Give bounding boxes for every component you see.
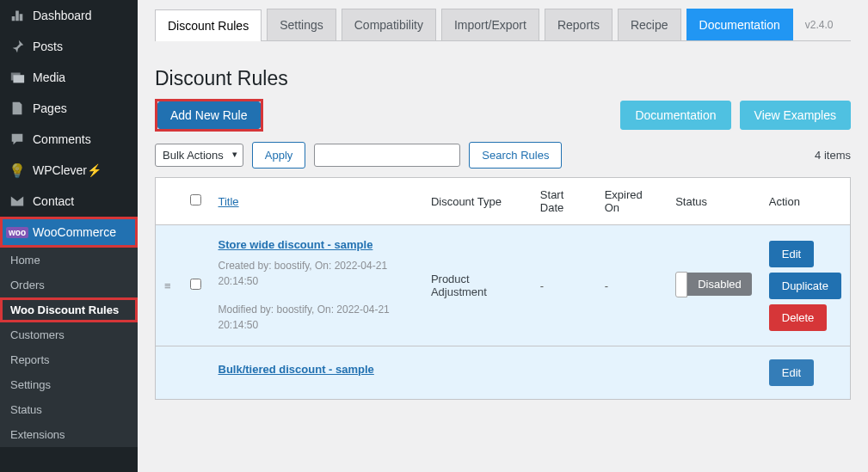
page-title: Discount Rules: [155, 67, 851, 90]
sidebar-sub-wdr[interactable]: Woo Discount Rules: [0, 297, 138, 322]
rule-created: Created by: boostify, On: 2022-04-21 20:…: [219, 258, 414, 289]
sidebar-sub-reports[interactable]: Reports: [0, 347, 138, 372]
sidebar-sub-home[interactable]: Home: [0, 248, 138, 273]
toggle-label: Disabled: [687, 273, 752, 296]
label: Pages: [33, 101, 67, 115]
tab-recipe[interactable]: Recipe: [618, 9, 681, 40]
rule-start: -: [532, 225, 596, 346]
version-label: v2.4.0: [805, 19, 834, 31]
pages-icon: [9, 100, 26, 117]
comments-icon: [9, 131, 26, 148]
media-icon: [9, 69, 26, 86]
dashboard-icon: [9, 7, 26, 24]
sidebar-item-wpclever[interactable]: 💡 WPClever ⚡: [0, 155, 138, 186]
tab-documentation[interactable]: Documentation: [686, 9, 793, 40]
sidebar-item-dashboard[interactable]: Dashboard: [0, 0, 138, 31]
col-title[interactable]: Title: [219, 195, 239, 208]
tab-settings[interactable]: Settings: [267, 9, 336, 40]
tab-bar: Discount Rules Settings Compatibility Im…: [155, 9, 851, 41]
apply-button[interactable]: Apply: [252, 142, 306, 169]
col-discount-type: Discount Type: [422, 178, 532, 225]
drag-handle-icon[interactable]: ≡: [164, 279, 171, 292]
items-count: 4 items: [815, 149, 851, 162]
sidebar-item-media[interactable]: Media: [0, 62, 138, 93]
label: Contact: [33, 194, 74, 208]
sidebar-sub-settings[interactable]: Settings: [0, 372, 138, 397]
lightbulb-icon: 💡: [9, 162, 26, 179]
mail-icon: [9, 193, 26, 210]
sidebar-item-woocommerce[interactable]: woo WooCommerce: [0, 217, 138, 248]
rule-title-link[interactable]: Bulk/tiered discount - sample: [219, 363, 414, 376]
sidebar-item-posts[interactable]: Posts: [0, 31, 138, 62]
rules-table: Title Discount Type Start Date Expired O…: [155, 177, 851, 400]
pin-icon: [9, 38, 26, 55]
label: WooCommerce: [33, 225, 116, 239]
status-toggle[interactable]: Disabled: [675, 272, 752, 297]
tab-compatibility[interactable]: Compatibility: [342, 9, 436, 40]
col-expired: Expired On: [596, 178, 668, 225]
rule-title-link[interactable]: Store wide discount - sample: [219, 238, 414, 251]
sidebar-sub-orders[interactable]: Orders: [0, 273, 138, 297]
tab-import-export[interactable]: Import/Export: [441, 9, 539, 40]
duplicate-button[interactable]: Duplicate: [769, 273, 841, 299]
admin-sidebar: Dashboard Posts Media Pages Comments 💡 W…: [0, 0, 138, 472]
tab-discount-rules[interactable]: Discount Rules: [155, 9, 262, 41]
bulk-actions-select[interactable]: Bulk Actions: [155, 144, 243, 167]
col-action: Action: [760, 178, 851, 225]
edit-button[interactable]: Edit: [769, 359, 814, 386]
tab-reports[interactable]: Reports: [545, 9, 613, 40]
sidebar-sub-status[interactable]: Status: [0, 397, 138, 422]
woo-icon: woo: [9, 224, 26, 241]
rule-modified: Modified by: boostify, On: 2022-04-21 20…: [219, 302, 414, 333]
label: WPClever: [33, 163, 87, 177]
delete-button[interactable]: Delete: [769, 304, 828, 331]
add-new-rule-button[interactable]: Add New Rule: [157, 101, 261, 129]
main-content: Discount Rules Settings Compatibility Im…: [138, 0, 868, 472]
label: Media: [33, 70, 65, 84]
select-all-checkbox[interactable]: [190, 194, 201, 205]
rule-expired: -: [596, 225, 668, 346]
search-rules-button[interactable]: Search Rules: [469, 142, 562, 169]
documentation-button[interactable]: Documentation: [620, 101, 730, 130]
sidebar-sub-extensions[interactable]: Extensions: [0, 422, 138, 447]
view-examples-button[interactable]: View Examples: [740, 101, 851, 130]
table-row: Bulk/tiered discount - sample Edit: [156, 346, 851, 400]
rule-type: Product Adjustment: [422, 225, 532, 346]
table-row: ≡ Store wide discount - sample Created b…: [156, 225, 851, 346]
col-status: Status: [667, 178, 760, 225]
sidebar-item-pages[interactable]: Pages: [0, 93, 138, 124]
label: Dashboard: [33, 9, 92, 22]
search-input[interactable]: [314, 144, 460, 167]
bolt-icon: ⚡: [87, 163, 102, 177]
sidebar-sub-customers[interactable]: Customers: [0, 322, 138, 347]
toggle-handle: [675, 272, 687, 297]
col-start: Start Date: [532, 178, 596, 225]
sidebar-item-contact[interactable]: Contact: [0, 186, 138, 217]
row-checkbox[interactable]: [190, 279, 201, 290]
label: Comments: [33, 132, 91, 146]
label: Posts: [33, 40, 63, 53]
edit-button[interactable]: Edit: [769, 241, 814, 267]
sidebar-item-comments[interactable]: Comments: [0, 124, 138, 155]
